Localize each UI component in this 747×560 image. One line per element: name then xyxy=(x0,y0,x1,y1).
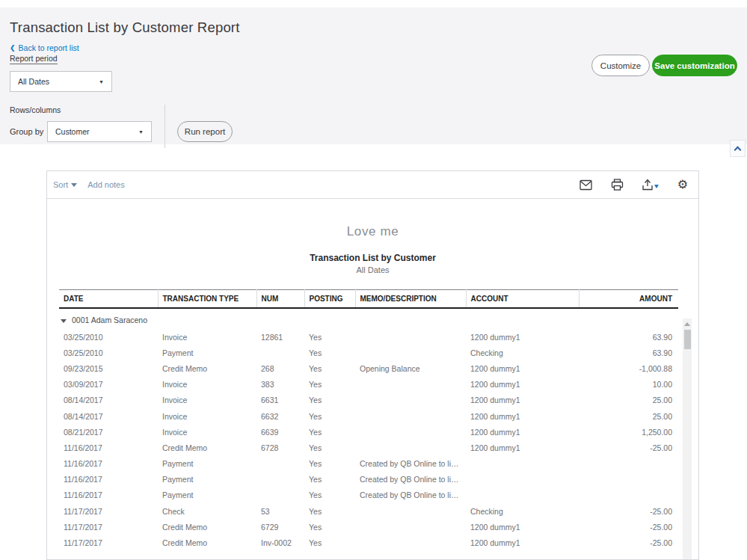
cell-num[interactable]: 268 xyxy=(256,360,304,376)
column-header-num[interactable]: NUM xyxy=(256,290,304,309)
cell-date[interactable]: 03/25/2010 xyxy=(59,329,158,345)
customer-group-cell[interactable]: 0001 Adam Saraceno xyxy=(59,308,678,329)
cell-date[interactable]: 03/09/2017 xyxy=(59,377,158,393)
cell-account[interactable]: 1200 dummy1 xyxy=(466,408,579,424)
cell-num[interactable]: Inv-0002 xyxy=(256,535,304,550)
table-row[interactable]: 11/16/2017PaymentYesCreated by QB Online… xyxy=(59,456,678,472)
cell-posting[interactable]: Yes xyxy=(304,503,355,519)
cell-type[interactable]: Invoice xyxy=(158,377,256,393)
cell-posting[interactable]: Yes xyxy=(304,535,355,550)
cell-date[interactable]: 08/14/2017 xyxy=(59,408,158,424)
collapse-group-icon[interactable] xyxy=(61,319,67,323)
cell-date[interactable]: 11/17/2017 xyxy=(59,519,158,535)
cell-posting[interactable]: Yes xyxy=(304,393,355,408)
customize-button[interactable]: Customize xyxy=(591,55,650,76)
table-row[interactable]: 11/16/2017PaymentYesCreated by QB Online… xyxy=(59,487,678,503)
cell-posting[interactable]: Yes xyxy=(304,360,355,376)
table-row[interactable]: 03/09/2017Invoice383Yes1200 dummy110.00 xyxy=(59,377,678,393)
cell-date[interactable]: 03/25/2010 xyxy=(59,345,158,360)
add-notes-link[interactable]: Add notes xyxy=(87,180,125,189)
scroll-up-icon[interactable] xyxy=(684,322,690,326)
cell-date[interactable]: 11/17/2017 xyxy=(59,503,158,519)
cell-type[interactable]: Invoice xyxy=(158,393,256,408)
table-row[interactable]: 09/23/2015Credit Memo268YesOpening Balan… xyxy=(59,360,678,376)
cell-posting[interactable]: Yes xyxy=(304,440,355,455)
table-row[interactable]: 08/21/2017Invoice6639Yes1200 dummy11,250… xyxy=(59,424,678,440)
cell-type[interactable]: Credit Memo xyxy=(158,519,256,535)
scrollbar-thumb[interactable] xyxy=(684,330,691,349)
table-row[interactable]: 11/17/2017Credit MemoInv-0002Yes1200 dum… xyxy=(59,535,678,550)
save-customization-button[interactable]: Save customization xyxy=(652,55,737,76)
cell-num[interactable]: 6728 xyxy=(256,440,304,455)
column-header-account[interactable]: ACCOUNT xyxy=(466,290,579,309)
cell-type[interactable]: Invoice xyxy=(158,329,256,345)
cell-num[interactable]: 6632 xyxy=(256,408,304,424)
cell-account[interactable]: 1200 dummy1 xyxy=(466,440,579,455)
cell-num[interactable]: 6639 xyxy=(256,424,304,440)
table-row[interactable]: 11/16/2017Credit Memo6728Yes1200 dummy1-… xyxy=(59,440,678,455)
collapse-panel-button[interactable] xyxy=(730,140,746,157)
cell-posting[interactable]: Yes xyxy=(304,456,355,472)
cell-amount[interactable]: 10.00 xyxy=(579,377,678,393)
cell-date[interactable]: 09/23/2015 xyxy=(59,360,158,376)
cell-type[interactable]: Check xyxy=(158,503,256,519)
cell-type[interactable]: Payment xyxy=(158,345,256,360)
cell-date[interactable]: 11/16/2017 xyxy=(59,487,158,503)
column-header-posting[interactable]: POSTING xyxy=(304,290,355,309)
cell-amount[interactable]: 1,250.00 xyxy=(579,424,678,440)
cell-num[interactable]: 12861 xyxy=(256,329,304,345)
column-header-amount[interactable]: AMOUNT xyxy=(579,290,678,309)
report-period-select[interactable]: All Dates ▼ xyxy=(10,71,112,92)
cell-posting[interactable]: Yes xyxy=(304,345,355,360)
cell-account[interactable]: Checking xyxy=(466,503,579,519)
cell-posting[interactable]: Yes xyxy=(304,329,355,345)
cell-account[interactable]: 1200 dummy1 xyxy=(466,393,579,408)
cell-num[interactable]: 383 xyxy=(256,377,304,393)
cell-account[interactable]: 1200 dummy1 xyxy=(466,329,579,345)
cell-memo[interactable]: Created by QB Online to link cre… xyxy=(355,487,466,503)
printer-icon[interactable] xyxy=(611,179,624,191)
cell-account[interactable]: 1200 dummy1 xyxy=(466,360,579,376)
cell-memo[interactable]: Created by QB Online to link cre… xyxy=(355,456,466,472)
cell-date[interactable]: 11/16/2017 xyxy=(59,456,158,472)
cell-amount[interactable]: -25.00 xyxy=(579,503,678,519)
cell-amount[interactable]: -25.00 xyxy=(579,440,678,455)
cell-type[interactable]: Invoice xyxy=(158,408,256,424)
cell-date[interactable]: 08/21/2017 xyxy=(59,424,158,440)
cell-amount[interactable]: 63.90 xyxy=(579,329,678,345)
cell-type[interactable]: Credit Memo xyxy=(158,440,256,455)
table-row[interactable]: 11/17/2017Credit Memo6729Yes1200 dummy1-… xyxy=(59,519,678,535)
cell-account[interactable]: 1200 dummy1 xyxy=(466,535,579,550)
run-report-button[interactable]: Run report xyxy=(177,121,233,142)
cell-account[interactable]: 1200 dummy1 xyxy=(466,424,579,440)
cell-posting[interactable]: Yes xyxy=(304,487,355,503)
cell-type[interactable]: Payment xyxy=(158,472,256,487)
cell-account[interactable]: Checking xyxy=(466,345,579,360)
customer-group-row[interactable]: 0001 Adam Saraceno xyxy=(59,308,678,329)
export-icon[interactable] xyxy=(642,179,659,191)
sort-dropdown[interactable]: Sort xyxy=(53,180,77,189)
cell-amount[interactable]: 63.90 xyxy=(579,345,678,360)
cell-type[interactable]: Credit Memo xyxy=(158,360,256,376)
cell-amount[interactable]: 25.00 xyxy=(579,408,678,424)
cell-posting[interactable]: Yes xyxy=(304,519,355,535)
cell-num[interactable]: 6729 xyxy=(256,519,304,535)
cell-date[interactable]: 11/16/2017 xyxy=(59,440,158,455)
back-to-report-list-link[interactable]: ❮ Back to report list xyxy=(10,43,79,52)
cell-date[interactable]: 11/16/2017 xyxy=(59,472,158,487)
table-row[interactable]: 03/25/2010Invoice12861Yes1200 dummy163.9… xyxy=(59,329,678,345)
cell-account[interactable]: 1200 dummy1 xyxy=(466,519,579,535)
cell-date[interactable]: 08/14/2017 xyxy=(59,393,158,408)
settings-icon[interactable]: ⚙ xyxy=(677,179,688,191)
group-by-select[interactable]: Customer ▼ xyxy=(47,121,152,142)
cell-posting[interactable]: Yes xyxy=(304,472,355,487)
cell-memo[interactable]: Opening Balance xyxy=(355,360,466,376)
cell-type[interactable]: Payment xyxy=(158,487,256,503)
cell-amount[interactable]: 25.00 xyxy=(579,393,678,408)
table-row[interactable]: 08/14/2017Invoice6632Yes1200 dummy125.00 xyxy=(59,408,678,424)
cell-amount[interactable]: -25.00 xyxy=(579,519,678,535)
table-row[interactable]: 11/16/2017PaymentYesCreated by QB Online… xyxy=(59,472,678,487)
cell-type[interactable]: Payment xyxy=(158,456,256,472)
column-header-date[interactable]: DATE xyxy=(59,290,158,309)
cell-type[interactable]: Credit Memo xyxy=(158,535,256,550)
